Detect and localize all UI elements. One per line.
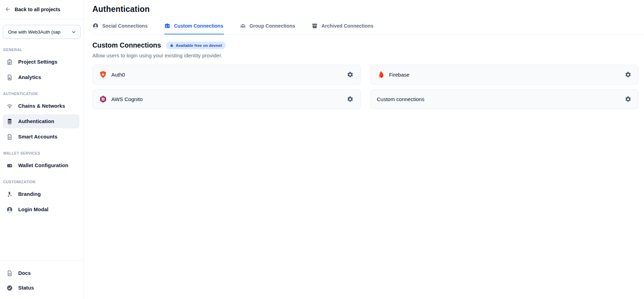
- tab-social-connections[interactable]: Social Connections: [92, 22, 148, 34]
- section-description: Allow users to login using your existing…: [92, 52, 638, 58]
- clipboard-icon: [6, 59, 13, 65]
- chevron-down-icon: [71, 29, 76, 35]
- connection-name: Custom connections: [377, 96, 622, 102]
- sidebar-item-label: Analytics: [18, 74, 41, 80]
- sidebar-item-docs[interactable]: Docs: [3, 266, 79, 280]
- sidebar-item-analytics[interactable]: Analytics: [3, 70, 79, 84]
- sidebar-item-smart-accounts[interactable]: Smart Accounts: [3, 130, 79, 144]
- aws-cognito-settings-button[interactable]: [344, 93, 356, 105]
- paint-brush-icon: [6, 191, 13, 198]
- main-content: Authentication Social Connections Custom…: [84, 0, 644, 299]
- auth0-logo: [99, 71, 107, 79]
- gear-icon: [347, 96, 354, 102]
- connection-card-firebase[interactable]: Firebase: [370, 65, 639, 85]
- user-group-icon: [240, 23, 246, 29]
- connection-cards-grid: Auth0 Firebase: [92, 65, 638, 109]
- sidebar-item-label: Docs: [18, 270, 31, 276]
- document-icon: [6, 134, 13, 140]
- analytics-doc-icon: [6, 74, 13, 81]
- sidebar-item-chains-networks[interactable]: Chains & Networks: [3, 99, 79, 113]
- connection-name: Auth0: [111, 72, 344, 78]
- sidebar-footer: Docs Status: [0, 261, 84, 299]
- section-label-authentication: AUTHENTICATION: [3, 92, 80, 96]
- devnet-badge: Available free on devnet: [166, 42, 226, 49]
- connection-card-custom[interactable]: Custom connections: [370, 89, 639, 109]
- sidebar-item-label: Branding: [18, 191, 41, 197]
- connection-name: AWS Cognito: [111, 96, 344, 102]
- user-circle-icon: [92, 23, 99, 29]
- sidebar-item-label: Login Modal: [18, 207, 48, 212]
- auth0-settings-button[interactable]: [344, 69, 356, 81]
- tab-label: Custom Connections: [174, 23, 223, 29]
- connection-name: Firebase: [389, 72, 622, 78]
- tab-archived-connections[interactable]: Archived Connections: [312, 22, 374, 34]
- gear-icon: [347, 71, 354, 78]
- section-heading: Custom Connections: [92, 41, 161, 49]
- sidebar-item-wallet-configuration[interactable]: Wallet Configuration: [3, 158, 79, 172]
- sidebar: Back to all projects One with Web3Auth (…: [0, 0, 84, 299]
- devnet-badge-label: Available free on devnet: [176, 43, 222, 48]
- document-icon: [6, 270, 13, 277]
- app-window: Back to all projects One with Web3Auth (…: [0, 0, 644, 299]
- back-label: Back to all projects: [15, 7, 60, 12]
- firebase-logo: [377, 71, 385, 79]
- section-label-customization: CUSTOMIZATION: [3, 180, 80, 184]
- custom-connections-settings-button[interactable]: [622, 93, 634, 105]
- sidebar-item-authentication[interactable]: Authentication: [3, 114, 79, 128]
- database-stack-icon: [6, 118, 13, 125]
- project-selector-dropdown[interactable]: One with Web3Auth (sap: [3, 25, 81, 39]
- sidebar-item-status[interactable]: Status: [3, 281, 79, 295]
- sidebar-item-branding[interactable]: Branding: [3, 187, 79, 201]
- archive-box-icon: [312, 23, 318, 29]
- tab-label: Group Connections: [250, 23, 295, 29]
- connection-card-aws-cognito[interactable]: AWS Cognito: [92, 89, 361, 109]
- tab-group-connections[interactable]: Group Connections: [240, 22, 296, 34]
- gear-icon: [625, 71, 631, 78]
- wifi-icon: [6, 103, 13, 109]
- sidebar-item-label: Project Settings: [18, 59, 57, 65]
- tab-label: Social Connections: [102, 23, 148, 29]
- sidebar-item-login-modal[interactable]: Login Modal: [3, 202, 79, 216]
- lock-icon: [170, 43, 174, 47]
- tab-custom-connections[interactable]: Custom Connections: [164, 22, 224, 34]
- sidebar-item-label: Chains & Networks: [18, 103, 65, 109]
- firebase-settings-button[interactable]: [622, 69, 634, 81]
- sidebar-item-label: Wallet Configuration: [18, 163, 68, 168]
- page-title: Authentication: [92, 5, 644, 14]
- sidebar-item-label: Authentication: [18, 119, 54, 124]
- check-circle-icon: [6, 285, 13, 291]
- wallet-icon: [6, 162, 13, 169]
- sidebar-item-label: Status: [18, 285, 34, 291]
- section-label-general: GENERAL: [3, 48, 80, 52]
- sidebar-nav: GENERAL Project Settings Analytics AUTHE…: [0, 39, 84, 299]
- tab-label: Archived Connections: [321, 23, 373, 29]
- project-selector-value: One with Web3Auth (sap: [8, 29, 68, 35]
- section-label-wallet-services: WALLET SERVICES: [3, 151, 80, 155]
- sidebar-spacer: [0, 217, 84, 261]
- sidebar-item-label: Smart Accounts: [18, 134, 57, 140]
- back-to-projects-link[interactable]: Back to all projects: [0, 0, 84, 19]
- aws-cognito-logo: [99, 95, 107, 103]
- tab-bar: Social Connections Custom Connections Gr…: [92, 22, 644, 35]
- user-circle-icon: [6, 206, 13, 213]
- arrow-left-icon: [5, 6, 11, 12]
- sidebar-item-project-settings[interactable]: Project Settings: [3, 55, 79, 69]
- connection-card-auth0[interactable]: Auth0: [92, 65, 361, 85]
- custom-connections-panel: Custom Connections Available free on dev…: [92, 35, 644, 109]
- id-badge-icon: [164, 23, 170, 29]
- gear-icon: [625, 96, 631, 102]
